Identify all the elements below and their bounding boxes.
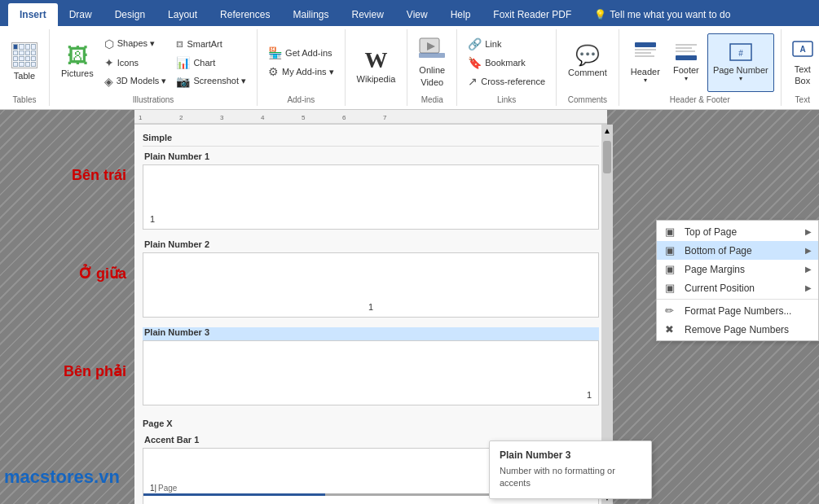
bookmark-button[interactable]: 🔖 Bookmark (464, 54, 549, 72)
get-addins-button[interactable]: 🏪 Get Add-ins (264, 44, 337, 62)
header-button[interactable]: Header ▾ (626, 33, 665, 92)
pictures-button[interactable]: 🖼 Pictures (56, 33, 99, 92)
label-left: Bên trái (72, 167, 126, 184)
online-video-label: OnlineVideo (419, 64, 445, 88)
ruler: 1 2 3 4 5 6 7 (134, 110, 607, 125)
ribbon-content: Table Tables 🖼 Pictures ⬡ Shapes ▾ ✦ (0, 26, 819, 110)
group-addins-label: Add-ins (287, 94, 315, 104)
icons-label: Icons (117, 58, 139, 68)
group-tables: Table Tables (0, 29, 50, 106)
group-text: A Text Box Text (782, 29, 819, 106)
text-box-icon: A (791, 38, 814, 64)
my-addins-label: My Add-ins ▾ (282, 67, 333, 77)
plain-1-preview: 1 (143, 164, 599, 230)
shapes-button[interactable]: ⬡ Shapes ▾ (100, 35, 171, 53)
header-icon (633, 41, 658, 67)
chart-icon: 📊 (176, 56, 190, 69)
dropdown-margins-label: Page Margins (685, 264, 745, 275)
template-plain-2[interactable]: Plain Number 2 1 (143, 239, 599, 318)
online-video-button[interactable]: OnlineVideo (414, 33, 450, 92)
3d-models-label: 3D Models ▾ (117, 76, 167, 86)
get-addins-icon: 🏪 (268, 46, 282, 59)
smartart-label: SmartArt (187, 39, 222, 49)
table-btn-label: Table (14, 70, 35, 81)
tab-foxit[interactable]: Foxit Reader PDF (482, 3, 583, 26)
tab-layout[interactable]: Layout (156, 3, 209, 26)
dropdown-page-margins[interactable]: ▣ Page Margins ▶ (657, 260, 818, 278)
tab-view[interactable]: View (395, 3, 439, 26)
page-number-button[interactable]: # Page Number ▾ (707, 33, 774, 92)
icons-button[interactable]: ✦ Icons (100, 54, 171, 72)
my-addins-button[interactable]: ⚙ My Add-ins ▾ (264, 63, 337, 81)
scroll-up-btn[interactable]: ▲ (601, 125, 613, 137)
svg-rect-5 (635, 52, 651, 54)
crossref-label: Cross-reference (481, 77, 545, 86)
group-header-footer: Header ▾ Footer ▾ # Page Number ▾ (619, 29, 782, 106)
get-addins-label: Get Add-ins (285, 48, 332, 58)
svg-rect-6 (635, 55, 654, 57)
margins-arrow: ▶ (805, 265, 812, 274)
page-number-icon: # (729, 42, 753, 65)
dropdown-top-of-page[interactable]: ▣ Top of Page ▶ (657, 222, 818, 241)
comment-button[interactable]: 💬 Comment (563, 33, 612, 92)
wikipedia-label: Wikipedia (357, 73, 396, 85)
tab-mailings[interactable]: Mailings (281, 3, 340, 26)
text-box-label: Text Box (791, 64, 814, 87)
group-media-label: Media (421, 94, 443, 104)
dropdown-bottom-of-page[interactable]: ▣ Bottom of Page ▶ (657, 241, 818, 260)
dropdown-top-label: Top of Page (685, 226, 737, 238)
group-links: 🔗 Link 🔖 Bookmark ↗ Cross-reference Link… (457, 29, 557, 106)
svg-text:3: 3 (220, 114, 224, 121)
svg-text:A: A (799, 45, 805, 54)
dropdown-remove-page-numbers[interactable]: ✖ Remove Page Numbers (657, 320, 818, 339)
wikipedia-button[interactable]: W Wikipedia (352, 37, 401, 96)
plain-number-3-tooltip: Plain Number 3 Number with no formatting… (489, 440, 652, 499)
screenshot-button[interactable]: 📷 Screenshot ▾ (172, 72, 250, 90)
tab-design[interactable]: Design (103, 3, 156, 26)
tab-insert[interactable]: Insert (8, 3, 58, 26)
bottom-arrow: ▶ (805, 246, 812, 255)
plain-3-number: 1 (587, 390, 592, 400)
plain-3-title: Plain Number 3 (143, 327, 599, 337)
svg-rect-9 (676, 50, 695, 52)
table-button[interactable]: Table (7, 33, 42, 92)
template-plain-3[interactable]: Plain Number 3 1 (143, 327, 599, 405)
top-arrow: ▶ (805, 227, 812, 236)
ribbon: Insert Draw Design Layout References Mai… (0, 0, 819, 110)
tab-tell-me[interactable]: 💡 Tell me what you want to do (583, 3, 742, 26)
document-area: 1 2 3 4 5 6 7 Bên trái Ở giữa Bên phải m… (0, 110, 819, 504)
scroll-thumb[interactable] (603, 141, 611, 173)
svg-text:2: 2 (179, 114, 183, 121)
dropdown-remove-label: Remove Page Numbers (685, 324, 789, 335)
dropdown-format-page-numbers[interactable]: ✏ Format Page Numbers... (657, 301, 818, 320)
group-illustrations-label: Illustrations (133, 94, 174, 104)
group-wikipedia: W Wikipedia (346, 29, 408, 106)
shapes-label: Shapes ▾ (117, 38, 155, 49)
comment-icon: 💬 (575, 46, 600, 65)
crossref-button[interactable]: ↗ Cross-reference (464, 72, 549, 90)
label-right: Bên phải (64, 362, 126, 380)
footer-button[interactable]: Footer ▾ (667, 33, 706, 92)
link-button[interactable]: 🔗 Link (464, 35, 549, 53)
text-box-button[interactable]: A Text Box (786, 33, 819, 92)
tab-help[interactable]: Help (439, 3, 482, 26)
svg-rect-8 (676, 47, 692, 49)
chart-button[interactable]: 📊 Chart (172, 54, 250, 72)
comment-label: Comment (568, 67, 607, 78)
table-icon (11, 42, 37, 68)
smartart-button[interactable]: ⧈ SmartArt (172, 35, 250, 53)
screenshot-label: Screenshot ▾ (193, 76, 246, 86)
tab-references[interactable]: References (209, 3, 281, 26)
tab-review[interactable]: Review (340, 3, 394, 26)
template-plain-1[interactable]: Plain Number 1 1 (143, 151, 599, 230)
group-header-footer-label: Header & Footer (670, 94, 730, 104)
dropdown-current-position[interactable]: ▣ Current Position ▶ (657, 278, 818, 297)
svg-rect-3 (635, 42, 656, 47)
top-page-icon: ▣ (665, 226, 680, 238)
plain-2-number: 1 (368, 302, 373, 312)
dropdown-bottom-label: Bottom of Page (685, 245, 752, 256)
3d-models-button[interactable]: ◈ 3D Models ▾ (100, 72, 171, 90)
group-addins: 🏪 Get Add-ins ⚙ My Add-ins ▾ Add-ins (258, 29, 345, 106)
tab-draw[interactable]: Draw (58, 3, 103, 26)
shapes-icon: ⬡ (104, 37, 114, 50)
